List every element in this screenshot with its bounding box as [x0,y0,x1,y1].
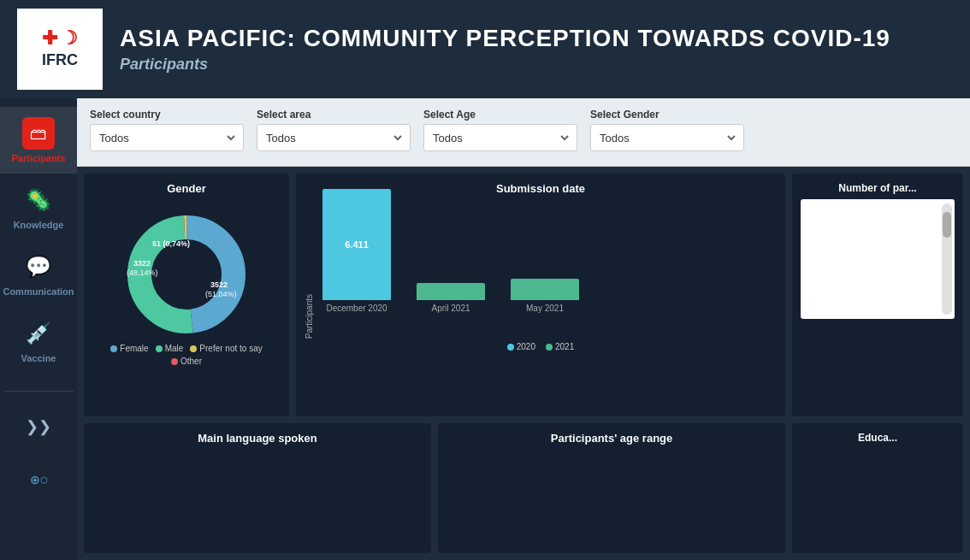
participants-icon: 🗃 [22,117,55,150]
sidebar-label-participants: Participants [12,153,66,163]
bar-dec-2020-label: December 2020 [326,304,387,313]
filter-area: Select area Todos [257,109,411,156]
right-panel-content [801,199,955,319]
prefer-not-dot [190,345,197,352]
filters-row: Select country Todos Select area Todos S… [77,98,970,167]
male-dot [156,345,163,352]
right-panel: Number of par... [792,174,963,416]
education-panel-title: Educa... [801,432,955,444]
bar-dec-2020-rect: 6.411 [322,189,391,300]
filter-age: Select Age Todos [423,109,577,156]
legend-female: Female [110,344,148,353]
sidebar-item-more[interactable]: ❯❯ [0,400,77,453]
filter-area-select[interactable]: Todos [257,124,411,151]
knowledge-icon: 🦠 [22,184,55,216]
bar-chart-container: Participants 6.411 December 2020 [305,202,777,339]
legend-other: Other [171,357,202,366]
legend-2021: 2021 [546,342,574,351]
svg-text:51 (0,74%): 51 (0,74%) [152,239,190,248]
female-label: Female [120,344,148,353]
charts-area: Gender 3322 (48,14%) [77,167,970,560]
bars-container: 6.411 December 2020 April 2021 [314,189,777,339]
label-2021: 2021 [555,342,574,351]
age-range-chart: Participants' age range [438,423,785,553]
charts-row-top: Gender 3322 (48,14%) [77,167,970,423]
logo: ✚ ☽ IFRC [17,9,103,90]
filter-gender: Select Gender Todos [590,109,744,156]
header: ✚ ☽ IFRC ASIA PACIFIC: COMMUNITY PERCEPT… [0,0,970,98]
label-2020: 2020 [517,342,535,351]
bar-may-2021-label: May 2021 [526,304,564,313]
filter-gender-select[interactable]: Todos [590,124,744,151]
more-icon: ❯❯ [22,410,55,443]
svg-text:3522: 3522 [210,280,228,289]
scrollbar-thumb[interactable] [943,212,951,238]
bar-apr-2021: April 2021 [417,283,485,313]
sidebar-item-communication[interactable]: 💬 Communication [0,240,77,307]
bar-dec-2020: 6.411 December 2020 [322,189,391,313]
sidebar: 🗃 Participants 🦠 Knowledge 💬 Communicati… [0,98,77,560]
other-label: Other [180,357,202,366]
bar-may-2021-rect [511,279,579,300]
communication-icon: 💬 [22,251,55,283]
gender-chart-title: Gender [92,182,281,195]
sidebar-label-knowledge: Knowledge [14,220,64,230]
bar-apr-2021-label: April 2021 [431,304,470,313]
filter-age-label: Select Age [423,109,577,121]
sidebar-item-vaccine[interactable]: 💉 Vaccine [0,307,77,374]
dot-2021 [546,344,553,351]
filter-country: Select country Todos [90,109,244,156]
legend-2020: 2020 [507,342,535,351]
donut-svg: 3322 (48,14%) 51 (0,74%) 3522 (51,04%) [109,202,263,339]
filter-age-select[interactable]: Todos [423,124,577,151]
male-label: Male [165,344,184,353]
submission-chart: Submission date Participants 6.411 Decem… [296,174,785,416]
other-dot [171,358,178,365]
legend-male: Male [156,344,184,353]
extra-icon: ⊕⬡ [22,463,55,496]
header-text: ASIA PACIFIC: COMMUNITY PERCEPTION TOWAR… [120,25,953,74]
bar-legend: 2020 2021 [305,342,777,351]
svg-text:(48,14%): (48,14%) [127,268,158,277]
main-container: 🗃 Participants 🦠 Knowledge 💬 Communicati… [0,98,970,560]
main-language-title: Main language spoken [92,432,423,445]
header-title: ASIA PACIFIC: COMMUNITY PERCEPTION TOWAR… [120,25,953,52]
filter-country-select[interactable]: Todos [90,124,244,151]
gender-chart: Gender 3322 (48,14%) [84,174,289,416]
filter-area-label: Select area [257,109,411,121]
svg-text:3322: 3322 [133,259,151,268]
sidebar-item-participants[interactable]: 🗃 Participants [0,107,77,174]
legend-prefer-not: Prefer not to say [190,344,262,353]
vaccine-icon: 💉 [22,317,55,350]
education-panel: Educa... [792,423,963,553]
sidebar-item-knowledge[interactable]: 🦠 Knowledge [0,174,77,240]
right-panel-title: Number of par... [801,182,955,194]
sidebar-label-communication: Communication [3,286,74,297]
prefer-not-label: Prefer not to say [199,344,262,353]
bar-dec-2020-value: 6.411 [345,239,369,250]
logo-ifrc: IFRC [42,51,78,69]
bar-may-2021: May 2021 [511,279,579,313]
svg-text:(51,04%): (51,04%) [205,290,237,298]
y-axis-label: Participants [305,277,314,339]
scrollbar-track[interactable] [942,203,952,315]
gender-legend: Female Male Prefer not to say Other [92,344,281,366]
filter-country-label: Select country [90,109,244,121]
dot-2020 [507,344,514,351]
sidebar-item-extra[interactable]: ⊕⬡ [0,453,77,506]
header-subtitle: Participants [120,56,953,74]
main-language-chart: Main language spoken [84,423,431,553]
sidebar-label-vaccine: Vaccine [21,353,56,363]
bar-apr-2021-rect [417,283,485,300]
filter-gender-label: Select Gender [590,109,744,121]
content-area: Select country Todos Select area Todos S… [77,98,970,560]
donut-chart: 3322 (48,14%) 51 (0,74%) 3522 (51,04%) [109,202,263,339]
charts-row-bottom: Main language spoken Participants' age r… [77,423,970,560]
age-range-title: Participants' age range [447,432,777,445]
female-dot [110,345,117,352]
